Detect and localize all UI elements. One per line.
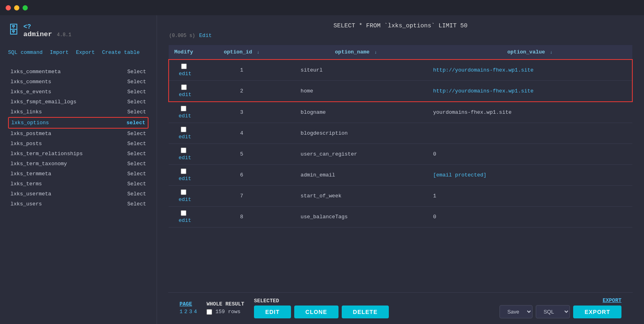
row-checkbox-5[interactable] [181,148,186,153]
export-button[interactable]: EXPORT [573,306,621,318]
sidebar-item-lxks_commentmeta[interactable]: lxks_commentmetaSelect [8,67,149,77]
row-edit-2[interactable]: edit [179,92,191,98]
sidebar-item-lxks_links[interactable]: lxks_linksSelect [8,107,149,117]
sidebar-item-action: Select [127,181,146,187]
row-checkbox-8[interactable] [181,210,186,216]
table-list: lxks_commentmetaSelectlxks_commentsSelec… [8,67,149,320]
row-edit-1[interactable]: edit [179,71,191,77]
delete-btn[interactable]: DELETE [342,306,389,318]
cell-option-id: 4 [199,123,285,144]
db-icon: 🗄 [8,25,19,37]
query-text: SELECT * FROM `lxks_options` LIMIT 50 [333,23,467,29]
edit-btn[interactable]: EDIT [254,306,291,318]
sidebar-item-label: lxks_terms [10,181,42,187]
table-header-row: Modify option_id ↓ option_name ↓ option_… [169,45,632,59]
version-label: 4.8.1 [57,32,71,38]
cell-option-id: 3 [199,102,285,123]
cell-option-id: 2 [199,81,285,102]
row-edit-5[interactable]: edit [179,155,191,161]
cell-option-id: 1 [199,59,285,81]
col-option-id[interactable]: option_id ↓ [199,45,285,59]
sidebar-item-lxks_termmeta[interactable]: lxks_termmetaSelect [8,169,149,179]
cell-option-value: http://yourdomains-fhex.wp1.site [427,59,632,81]
sidebar-item-lxks_usermeta[interactable]: lxks_usermetaSelect [8,189,149,199]
close-button[interactable] [6,5,11,10]
nav-create-table[interactable]: Create table [102,49,140,55]
sidebar-item-action: Select [127,89,146,95]
sidebar-item-lxks_posts[interactable]: lxks_postsSelect [8,139,149,149]
sidebar-item-lxks_postmeta[interactable]: lxks_postmetaSelect [8,129,149,139]
main-content: SELECT * FROM `lxks_options` LIMIT 50 (0… [157,15,644,324]
logo-area: 🗄 <? adminer 4.8.1 [8,23,149,38]
sidebar-item-action: Select [127,79,146,85]
minimize-button[interactable] [14,5,19,10]
footer-right: EXPORT Save Open SQL CSV JSON EXPORT [500,297,621,318]
table-row: edit8use_balanceTags0 [169,207,632,228]
sidebar-item-action: Select [127,141,146,147]
col-option-name[interactable]: option_name ↓ [285,45,427,59]
query-edit-link[interactable]: Edit [199,33,212,39]
save-select[interactable]: Save Open [500,305,533,318]
sidebar-item-lxks_options[interactable]: lxks_optionsselect [8,117,149,129]
sidebar-item-lxks_users[interactable]: lxks_usersSelect [8,199,149,209]
cell-option-name: siteurl [285,59,427,81]
page-num-3[interactable]: 3 [189,309,192,315]
sidebar-item-action: Select [127,109,146,115]
row-checkbox-2[interactable] [181,84,187,90]
sidebar-item-lxks_comments[interactable]: lxks_commentsSelect [8,77,149,87]
row-edit-3[interactable]: edit [179,113,191,119]
titlebar [0,0,644,15]
cell-option-value: 0 [427,207,632,228]
nav-export[interactable]: Export [76,49,95,55]
sidebar-item-lxks_fsmpt_email_logs[interactable]: lxks_fsmpt_email_logsSelect [8,97,149,107]
sidebar-item-lxks_term_relationships[interactable]: lxks_term_relationshipsSelect [8,149,149,159]
footer-selected: SELECTED EDITCLONEDELETE [254,298,389,318]
query-bar: SELECT * FROM `lxks_options` LIMIT 50 [168,23,633,29]
table-row: edit7start_of_week1 [169,186,632,207]
whole-result-checkbox[interactable] [206,309,212,315]
row-checkbox-4[interactable] [181,127,186,132]
data-table-wrap: Modify option_id ↓ option_name ↓ option_… [168,45,633,292]
clone-btn[interactable]: CLONE [294,306,339,318]
table-row: edit3blognameyourdomains-fhex.wp1.site [169,102,632,123]
row-checkbox-6[interactable] [181,168,186,174]
row-checkbox-3[interactable] [181,106,186,111]
cell-option-value: 1 [427,186,632,207]
col-option-value[interactable]: option_value ↓ [427,45,632,59]
brand-name: adminer [23,31,52,38]
sidebar-item-label: lxks_commentmeta [10,69,61,75]
table-row: edit1siteurlhttp://yourdomains-fhex.wp1.… [169,59,632,81]
cell-option-name: use_balanceTags [285,207,427,228]
cell-option-name: admin_email [285,165,427,186]
query-time: (0.005 s) [169,33,195,39]
row-checkbox-7[interactable] [181,189,186,195]
maximize-button[interactable] [23,5,28,10]
sidebar-item-action: Select [127,131,146,137]
sidebar-item-label: lxks_term_taxonomy [10,161,67,167]
table-row: edit4blogdescription [169,123,632,144]
selected-label: SELECTED [254,298,279,304]
export-row: Save Open SQL CSV JSON EXPORT [500,305,621,318]
row-edit-8[interactable]: edit [179,217,191,224]
page-label[interactable]: PAGE [180,301,192,307]
footer: PAGE 1234 WHOLE RESULT 159 rows SELECTED… [168,292,633,324]
sidebar-item-label: lxks_users [10,201,42,207]
sidebar-item-lxks_term_taxonomy[interactable]: lxks_term_taxonomySelect [8,159,149,169]
cell-option-value: 0 [427,144,632,165]
page-num-1[interactable]: 1 [180,309,183,315]
page-num-2[interactable]: 2 [184,309,188,315]
cell-option-value [427,123,632,144]
row-checkbox-1[interactable] [181,64,187,69]
cell-option-value: yourdomains-fhex.wp1.site [427,102,632,123]
row-edit-4[interactable]: edit [179,134,191,140]
sidebar-item-lxks_terms[interactable]: lxks_termsSelect [8,179,149,189]
row-edit-7[interactable]: edit [179,197,191,203]
sidebar-item-lxks_e_events[interactable]: lxks_e_eventsSelect [8,87,149,97]
format-select[interactable]: SQL CSV JSON [536,305,570,318]
export-label[interactable]: EXPORT [603,297,621,303]
nav-import[interactable]: Import [50,49,69,55]
nav-sql-command[interactable]: SQL command [8,49,43,55]
row-edit-6[interactable]: edit [179,176,191,182]
page-num-4[interactable]: 4 [194,309,197,315]
sidebar-item-label: lxks_links [10,109,42,115]
